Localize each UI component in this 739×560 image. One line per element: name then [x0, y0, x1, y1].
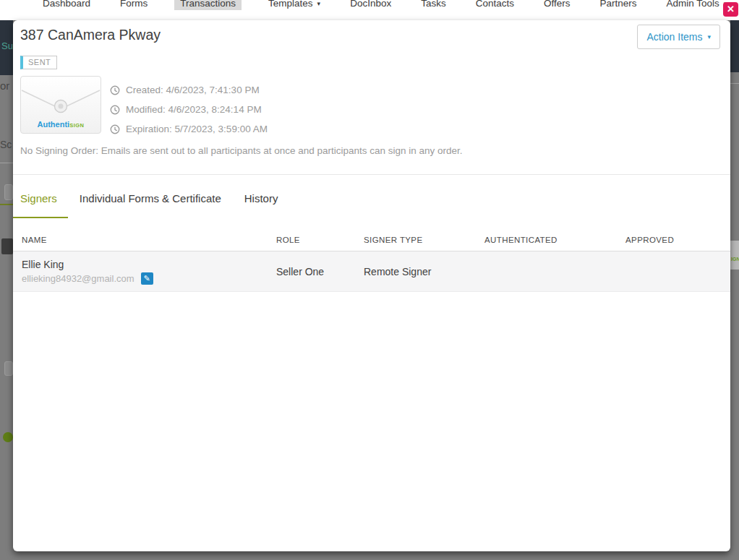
nav-item-contacts[interactable]: Contacts	[473, 0, 517, 10]
signer-type-cell: Remote Signer	[364, 266, 484, 277]
background-green-dot	[3, 432, 13, 442]
clock-icon	[110, 105, 120, 115]
envelope-thumbnail: AuthentiSIGN	[20, 76, 101, 134]
top-navbar: Dashboard Forms Transactions Templates▾ …	[0, 0, 739, 20]
close-button[interactable]: ✕	[723, 2, 738, 17]
chevron-down-icon: ▾	[317, 0, 321, 10]
tab-history[interactable]: History	[233, 191, 290, 218]
nav-item-forms[interactable]: Forms	[117, 0, 150, 10]
background-input-fragment	[4, 361, 13, 376]
signer-role-cell: Seller One	[276, 266, 364, 277]
table-header: NAME ROLE SIGNER TYPE AUTHENTICATED APPR…	[13, 228, 730, 251]
signer-name-cell: Ellie King ellieking84932@gmail.com ✎	[22, 259, 276, 285]
clock-icon	[110, 124, 120, 134]
edit-signer-button[interactable]: ✎	[141, 272, 153, 285]
column-header-signer-type: SIGNER TYPE	[364, 236, 484, 244]
signer-email: ellieking84932@gmail.com	[22, 273, 134, 284]
column-header-authenticated: AUTHENTICATED	[484, 236, 625, 244]
nav-item-transactions[interactable]: Transactions	[174, 0, 242, 10]
envelope-info: Created: 4/6/2023, 7:41:30 PM Modified: …	[110, 76, 268, 139]
close-icon: ✕	[727, 4, 735, 14]
nav-item-partners[interactable]: Partners	[597, 0, 640, 10]
nav-item-tasks[interactable]: Tasks	[418, 0, 449, 10]
status-badge: SENT	[20, 56, 57, 69]
tab-individual-forms-certificate[interactable]: Individual Forms & Certificate	[68, 191, 233, 218]
nav-item-docinbox[interactable]: DocInbox	[347, 0, 394, 10]
action-items-button[interactable]: Action Items ▾	[637, 25, 720, 49]
clock-icon	[110, 85, 120, 95]
background-text-fragment: Sc	[0, 139, 13, 152]
background-panel-fragment: IGN	[730, 241, 739, 270]
nav-item-admin-tools[interactable]: Admin Tools▾	[664, 0, 730, 10]
column-header-name: NAME	[22, 236, 276, 244]
detail-tabs: Signers Individual Forms & Certificate H…	[13, 191, 730, 218]
section-divider	[13, 174, 730, 175]
table-row: Ellie King ellieking84932@gmail.com ✎ Se…	[13, 251, 730, 292]
modified-row: Modified: 4/6/2023, 8:24:14 PM	[110, 100, 268, 119]
background-input-fragment	[4, 184, 13, 200]
column-header-approved: APPROVED	[625, 236, 730, 244]
edit-icon: ✎	[143, 274, 150, 283]
background-divider	[0, 163, 13, 163]
background-text-fragment: or	[0, 79, 13, 92]
transaction-details-modal: 387 CanAmera Pkway Action Items ▾ SENT A…	[13, 20, 730, 551]
action-items-label: Action Items	[646, 31, 702, 43]
nav-item-dashboard[interactable]: Dashboard	[40, 0, 93, 10]
nav-item-templates[interactable]: Templates▾	[265, 0, 323, 10]
created-row: Created: 4/6/2023, 7:41:30 PM	[110, 80, 268, 100]
background-header-text: Su	[1, 40, 13, 51]
background-page-header	[730, 20, 739, 72]
page-title: 387 CanAmera Pkway	[20, 27, 161, 43]
expiration-row: Expiration: 5/7/2023, 3:59:00 AM	[110, 119, 268, 139]
signers-table: NAME ROLE SIGNER TYPE AUTHENTICATED APPR…	[13, 228, 730, 292]
nav-item-offers[interactable]: Offers	[541, 0, 573, 10]
authentisign-logo: AuthentiSIGN	[21, 119, 101, 129]
signer-name: Ellie King	[22, 259, 276, 270]
caret-down-icon: ▾	[707, 33, 711, 40]
background-page-header: Su	[0, 20, 13, 75]
background-button-fragment	[1, 238, 13, 254]
background-accent-line	[0, 204, 13, 205]
background-logo-fragment: IGN	[731, 257, 739, 262]
tab-signers[interactable]: Signers	[13, 191, 68, 218]
signing-order-note: No Signing Order: Emails are sent out to…	[20, 145, 720, 156]
background-divider	[730, 83, 739, 84]
column-header-role: ROLE	[276, 236, 364, 244]
